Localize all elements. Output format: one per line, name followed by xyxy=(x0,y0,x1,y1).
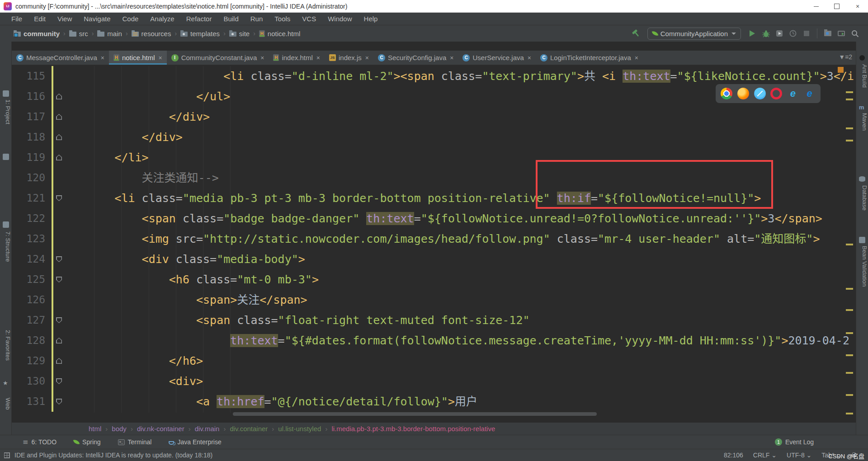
nav-item-templates[interactable]: templates xyxy=(180,30,220,38)
menu-refactor[interactable]: Refactor xyxy=(180,15,218,23)
close-icon[interactable]: × xyxy=(158,54,162,61)
build-hammer-icon[interactable] xyxy=(629,27,643,40)
breadcrumb-div-3[interactable]: div.main xyxy=(195,425,220,433)
code-line-118[interactable]: 118 </div> xyxy=(12,127,856,147)
tab-communityconstant-java[interactable]: ICommunityConstant.java× xyxy=(167,51,269,65)
code-line-125[interactable]: 125 <h6 class="mt-0 mb-3"> xyxy=(12,269,856,290)
tab-securityconfig-java[interactable]: CSecurityConfig.java× xyxy=(373,51,458,65)
fold-marker-up[interactable] xyxy=(56,358,62,364)
menu-view[interactable]: View xyxy=(52,15,78,23)
menu-analyze[interactable]: Analyze xyxy=(144,15,180,23)
tool-window-button-database[interactable]: Database xyxy=(856,185,868,211)
nav-item-site[interactable]: site xyxy=(229,30,250,38)
hidden-tabs-indicator[interactable]: ▼≡2 xyxy=(839,53,852,61)
fold-marker-up[interactable] xyxy=(56,338,62,343)
scrollbar-marker-strip[interactable] xyxy=(835,65,856,422)
menu-help[interactable]: Help xyxy=(358,15,384,23)
close-icon[interactable]: × xyxy=(528,54,531,61)
fold-marker-down[interactable] xyxy=(56,195,62,201)
tool-windows-grid-icon[interactable] xyxy=(4,452,10,458)
breadcrumb-ul-5[interactable]: ul.list-unstyled xyxy=(278,425,321,433)
code-line-131[interactable]: 131 <a th:href="@{/notice/detail/follow}… xyxy=(12,391,856,412)
search-everywhere-icon[interactable] xyxy=(848,27,862,40)
debug-button[interactable] xyxy=(759,27,773,40)
horizontal-scrollbar-thumb[interactable] xyxy=(233,412,597,416)
tool-window-button-maven[interactable]: Maven xyxy=(856,113,868,131)
tool-button-6-todo[interactable]: ≡6: TODO xyxy=(23,438,57,446)
opera-browser-icon[interactable] xyxy=(770,88,782,99)
database-icon[interactable] xyxy=(859,176,865,182)
minimize-button[interactable] xyxy=(806,0,826,13)
fold-marker-up[interactable] xyxy=(56,114,62,120)
open-folder-icon[interactable] xyxy=(821,27,835,40)
close-icon[interactable]: × xyxy=(450,54,453,61)
tool-window-button-bean-validation[interactable]: Bean Validation xyxy=(856,246,868,287)
code-editor[interactable]: 115 <li class="d-inline ml-2"><span clas… xyxy=(12,65,856,422)
fold-marker-down[interactable] xyxy=(56,256,62,262)
tool-button-java-enterprise[interactable]: Java Enterprise xyxy=(169,438,221,446)
fold-marker-down[interactable] xyxy=(56,378,62,384)
fold-marker-down[interactable] xyxy=(56,399,62,405)
encoding-indicator[interactable]: UTF-8 ⌄ xyxy=(787,452,811,459)
fold-marker-up[interactable] xyxy=(56,155,62,160)
tab-loginticketinterceptor-java[interactable]: CLoginTicketInterceptor.java× xyxy=(536,51,643,65)
profiler-button[interactable] xyxy=(786,27,800,40)
project-tool-icon[interactable] xyxy=(3,90,9,97)
status-message[interactable]: IDE and Plugin Updates: IntelliJ IDEA is… xyxy=(14,452,212,459)
tool-button-terminal[interactable]: >_Terminal xyxy=(118,438,152,446)
line-separator-indicator[interactable]: CRLF ⌄ xyxy=(753,452,777,459)
fold-marker-down[interactable] xyxy=(56,277,62,282)
close-icon[interactable]: × xyxy=(260,54,264,61)
run-button[interactable] xyxy=(745,27,759,40)
maven-icon[interactable]: m xyxy=(859,104,864,111)
tab-index-html[interactable]: Hindex.html× xyxy=(269,51,325,65)
nav-item-notice-html[interactable]: Hnotice.html xyxy=(259,30,301,38)
caret-position[interactable]: 82:106 xyxy=(724,452,743,459)
run-with-coverage-button[interactable] xyxy=(773,27,786,40)
code-line-124[interactable]: 124 <div class="media-body"> xyxy=(12,249,856,269)
folder-icon[interactable] xyxy=(3,154,9,160)
tool-window-button-7-structure[interactable]: 7: Structure xyxy=(0,231,11,262)
tool-window-button-ant-build[interactable]: Ant Build xyxy=(856,64,868,88)
run-configuration-select[interactable]: CommunityApplication xyxy=(647,28,741,40)
nav-item-resources[interactable]: resources xyxy=(132,30,171,38)
code-line-122[interactable]: 122 <span class="badge badge-danger" th:… xyxy=(12,208,856,229)
menu-run[interactable]: Run xyxy=(245,15,269,23)
menu-vcs[interactable]: VCS xyxy=(296,15,322,23)
event-log-button[interactable]: 1 Event Log xyxy=(775,435,814,449)
menu-build[interactable]: Build xyxy=(217,15,244,23)
tool-window-button-web[interactable]: Web xyxy=(0,398,11,410)
firefox-browser-icon[interactable] xyxy=(737,88,749,99)
menu-code[interactable]: Code xyxy=(116,15,144,23)
menu-navigate[interactable]: Navigate xyxy=(78,15,116,23)
breadcrumb-div-2[interactable]: div.nk-container xyxy=(137,425,184,433)
tab-index-js[interactable]: JSindex.js× xyxy=(325,51,373,65)
breadcrumb-li-6[interactable]: li.media.pb-3.pt-3.mb-3.border-bottom.po… xyxy=(331,425,495,433)
close-icon[interactable]: × xyxy=(316,54,320,61)
close-icon[interactable]: × xyxy=(365,54,369,61)
favorites-star-icon[interactable]: ★ xyxy=(3,380,8,386)
code-line-123[interactable]: 123 <img src="http://static.nowcoder.com… xyxy=(12,229,856,249)
nav-item-community[interactable]: community xyxy=(14,30,60,38)
tool-button-spring[interactable]: Spring xyxy=(74,438,100,446)
breadcrumb-div-4[interactable]: div.container xyxy=(230,425,268,433)
menu-tools[interactable]: Tools xyxy=(269,15,296,23)
maximize-button[interactable] xyxy=(826,0,847,13)
code-line-128[interactable]: 128 th:text="${#dates.format(followNotic… xyxy=(12,330,856,351)
fold-marker-down[interactable] xyxy=(56,317,62,323)
tab-notice-html[interactable]: Hnotice.html× xyxy=(109,51,167,65)
chrome-browser-icon[interactable] xyxy=(721,88,732,99)
stop-button[interactable] xyxy=(800,27,813,40)
code-line-126[interactable]: 126 <span>关注</span> xyxy=(12,290,856,310)
menu-file[interactable]: File xyxy=(5,15,28,23)
menu-window[interactable]: Window xyxy=(322,15,358,23)
tool-window-button-1-project[interactable]: 1: Project xyxy=(0,99,11,124)
tool-window-button-2-favorites[interactable]: 2: Favorites xyxy=(0,330,11,361)
code-line-129[interactable]: 129 </h6> xyxy=(12,351,856,371)
close-icon[interactable]: × xyxy=(635,54,638,61)
code-line-127[interactable]: 127 <span class="float-right text-muted … xyxy=(12,310,856,330)
safari-browser-icon[interactable] xyxy=(754,88,766,99)
tab-messagecontroller-java[interactable]: CMessageController.java× xyxy=(12,51,109,65)
close-icon[interactable]: × xyxy=(101,54,104,61)
structure-tool-icon[interactable] xyxy=(3,221,9,228)
